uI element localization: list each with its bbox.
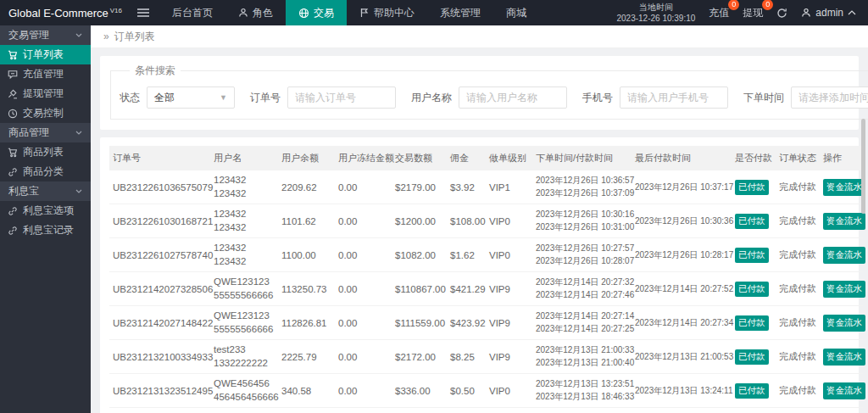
amount-cell: $1200.00 xyxy=(392,204,447,238)
sidebar-group-interest[interactable]: 利息宝 xyxy=(0,181,91,201)
vip-level-cell: VIP1 xyxy=(486,170,532,204)
vertical-scrollbar[interactable] xyxy=(861,119,865,214)
fund-flow-button[interactable]: 资金流水 xyxy=(823,247,865,264)
fund-flow-button[interactable]: 资金流水 xyxy=(823,349,865,366)
vip-level-cell: VIP9 xyxy=(486,340,532,374)
sidebar-group-goods[interactable]: 商品管理 xyxy=(0,123,91,142)
sidebar-item-label: 利息宝记录 xyxy=(23,223,74,237)
order-no-group: 订单号 xyxy=(250,87,396,109)
order-time-input[interactable] xyxy=(791,87,868,109)
nav-item-help[interactable]: 帮助中心 xyxy=(347,0,427,25)
fund-flow-button[interactable]: 资金流水 xyxy=(823,213,865,230)
commission-cell: $8.25 xyxy=(447,340,486,374)
orders-table-panel: 订单号 用户名 用户余额 用户冻结金额 交易数额 佣金 做单级别 下单时间/付款… xyxy=(100,137,859,413)
fund-flow-button[interactable]: 资金流水 xyxy=(823,281,865,298)
frozen-cell: 0.00 xyxy=(335,204,392,238)
sidebar-item-goods-category[interactable]: 商品分类 xyxy=(0,162,91,181)
link-icon xyxy=(8,206,18,216)
withdraw-link[interactable]: 提现 0 xyxy=(743,6,763,20)
actions-cell: 资金流水 xyxy=(820,204,863,238)
sidebar-group-label: 利息宝 xyxy=(8,184,39,198)
user-menu[interactable]: admin xyxy=(801,7,856,19)
last-pay-time-cell: 2023年12月26日 10:37:17 xyxy=(632,170,732,204)
order-no-cell: UB2312132100334933 xyxy=(109,340,210,374)
status-select[interactable]: 全部 ▼ xyxy=(147,87,235,109)
brand-logo: Global E-Commerce V16 xyxy=(0,0,127,25)
recharge-link[interactable]: 充值 0 xyxy=(709,6,729,20)
col-username: 用户名 xyxy=(210,146,278,170)
col-amount: 交易数额 xyxy=(392,146,447,170)
link-icon xyxy=(8,226,18,236)
brand-version: V16 xyxy=(110,7,122,14)
commission-cell: $423.92 xyxy=(447,306,486,340)
balance-cell: 113250.73 xyxy=(278,272,335,306)
actions-cell: 资金流水 xyxy=(820,170,863,204)
person-icon xyxy=(801,8,811,18)
nav-item-system[interactable]: 系统管理 xyxy=(427,0,493,25)
amount-cell: $110867.00 xyxy=(392,272,447,306)
order-status-cell: 完成付款 xyxy=(776,306,820,340)
navbar-right: 当地时间 2023-12-26 10:39:10 充值 0 提现 0 admin xyxy=(616,0,868,25)
order-no-cell: UB2312261030168721 xyxy=(109,204,210,238)
col-order-time: 下单时间/付款时间 xyxy=(532,146,632,170)
breadcrumb: » 订单列表 xyxy=(91,25,868,48)
nav-item-roles[interactable]: 角色 xyxy=(225,0,286,25)
sidebar-item-withdraw[interactable]: 提现管理 xyxy=(0,84,91,103)
paid-cell: 已付款 xyxy=(732,340,776,374)
order-no-cell: UB2312131323512495 xyxy=(109,374,210,408)
username-cell: QWE12312355555566666 xyxy=(210,306,278,340)
chevron-up-icon xyxy=(848,10,856,15)
order-time-label: 下单时间 xyxy=(743,91,784,105)
frozen-cell: 0.00 xyxy=(335,238,392,272)
search-form-row: 状态 全部 ▼ 订单号 用户名称 手 xyxy=(120,87,868,109)
commission-cell: $0.50 xyxy=(447,374,486,408)
order-no-input[interactable] xyxy=(287,87,396,109)
order-no-label: 订单号 xyxy=(250,91,281,105)
sidebar-item-order-list[interactable]: 订单列表 xyxy=(0,45,91,64)
sidebar-item-goods-list[interactable]: 商品列表 xyxy=(0,142,91,162)
last-pay-time-cell: 2023年12月26日 10:28:17 xyxy=(632,238,732,272)
cart-icon xyxy=(8,50,18,60)
sidebar-item-trade-control[interactable]: 交易控制 xyxy=(0,103,91,123)
nav-item-trade[interactable]: 交易 xyxy=(286,0,347,25)
nav-item-home[interactable]: 后台首页 xyxy=(159,0,225,25)
withdraw-badge: 0 xyxy=(762,0,773,10)
order-no-cell: UB2312131303211606 xyxy=(109,408,210,413)
nav-item-mall[interactable]: 商城 xyxy=(493,0,539,25)
main-area: » 订单列表 条件搜索 状态 全部 ▼ 订单号 xyxy=(91,0,868,413)
order-status-cell: 完成付款 xyxy=(776,238,820,272)
hamburger-icon xyxy=(137,8,149,18)
order-time-group: 下单时间 xyxy=(743,87,868,109)
fund-flow-button[interactable]: 资金流水 xyxy=(823,179,865,196)
status-group: 状态 全部 ▼ xyxy=(120,87,235,109)
table-row: UB2312131303211606 QWE456456456456456666… xyxy=(109,408,863,413)
sidebar: 交易管理 订单列表 充值管理 提现管理 交易控制 商品管理 商品列表 xyxy=(0,25,91,413)
amount-cell: $111559.00 xyxy=(392,306,447,340)
header-row: 订单号 用户名 用户余额 用户冻结金额 交易数额 佣金 做单级别 下单时间/付款… xyxy=(109,146,863,170)
order-no-cell: UB2312142027148422 xyxy=(109,306,210,340)
table-row: UB2312261030168721 123432123432 1101.62 … xyxy=(109,204,863,238)
order-status-cell: 完成付款 xyxy=(776,408,820,413)
fund-flow-button[interactable]: 资金流水 xyxy=(823,315,865,332)
sidebar-group-trade[interactable]: 交易管理 xyxy=(0,25,91,45)
sidebar-item-label: 提现管理 xyxy=(23,87,64,101)
table-row: UB2312261036575079 123432123432 2209.62 … xyxy=(109,170,863,204)
refresh-icon[interactable] xyxy=(776,8,787,19)
username-input[interactable] xyxy=(459,87,567,109)
order-status-cell: 完成付款 xyxy=(776,340,820,374)
sidebar-toggle-button[interactable] xyxy=(127,0,159,25)
col-actions: 操作 xyxy=(820,146,863,170)
commission-cell: $108.00 xyxy=(447,204,486,238)
order-time-cell: 2023年12月14日 20:27:322023年12月14日 20:27:46 xyxy=(532,272,632,306)
sidebar-item-interest-records[interactable]: 利息宝记录 xyxy=(0,220,91,240)
paid-cell: 已付款 xyxy=(732,170,776,204)
sidebar-item-interest-options[interactable]: 利息宝选项 xyxy=(0,201,91,220)
fund-flow-button[interactable]: 资金流水 xyxy=(823,382,865,399)
vip-level-cell: VIP0 xyxy=(486,408,532,413)
order-status-cell: 完成付款 xyxy=(776,204,820,238)
phone-input[interactable] xyxy=(620,87,728,109)
status-label: 状态 xyxy=(120,91,140,105)
content: 条件搜索 状态 全部 ▼ 订单号 用户名称 xyxy=(91,48,868,413)
order-no-cell: UB2312261027578740 xyxy=(109,238,210,272)
sidebar-item-recharge[interactable]: 充值管理 xyxy=(0,64,91,84)
